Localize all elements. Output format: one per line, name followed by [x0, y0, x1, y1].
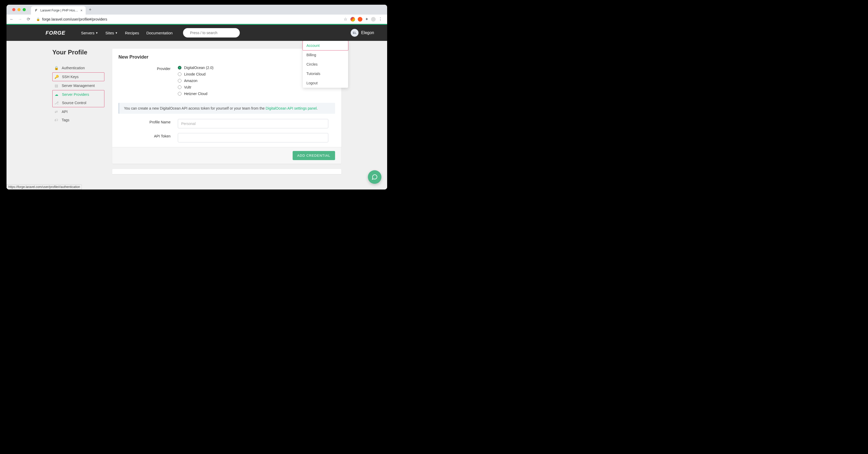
cloud-icon: ☁ — [54, 92, 59, 97]
radio-hetzner[interactable]: Hetzner Cloud — [178, 92, 335, 96]
chat-icon — [372, 174, 378, 180]
sidebar-item-source-control[interactable]: ⎇ Source Control — [53, 99, 104, 107]
back-button[interactable]: ← — [9, 17, 14, 22]
dropdown-item-account[interactable]: Account — [303, 41, 348, 51]
search-box[interactable] — [183, 28, 240, 37]
sidebar-item-label: Tags — [62, 118, 69, 122]
search-input[interactable] — [190, 31, 236, 35]
profile-avatar-icon[interactable] — [371, 17, 376, 22]
next-card-stub — [112, 169, 341, 174]
api-token-label: API Token — [119, 133, 178, 138]
sidebar-item-ssh-keys[interactable]: 🔑 SSH Keys — [53, 72, 104, 81]
nav-sites[interactable]: Sites ▼ — [105, 31, 118, 35]
top-navigation: FORGE Servers ▼ Sites ▼ Recipes Document… — [6, 25, 387, 41]
logo[interactable]: FORGE — [45, 30, 65, 36]
dropdown-item-logout[interactable]: Logout — [303, 78, 348, 88]
address-bar: ← → ⟳ 🔒 forge.laravel.com/user/profile#/… — [6, 14, 387, 24]
sidebar-item-label: Server Providers — [62, 92, 89, 97]
arrows-icon: ⇄ — [54, 110, 59, 114]
add-credential-button[interactable]: ADD CREDENTIAL — [292, 151, 335, 160]
tab-close-icon[interactable]: × — [81, 8, 83, 12]
key-icon: 🔑 — [54, 75, 59, 79]
sidebar-item-authentication[interactable]: 🔒 Authentication — [52, 64, 104, 72]
user-menu-toggle[interactable]: EL Elegon — [351, 29, 374, 37]
nav-recipes[interactable]: Recipes — [125, 31, 139, 35]
dropdown-item-tutorials[interactable]: Tutorials — [303, 69, 348, 78]
tab-title: Laravel Forge | PHP Hosting Fo — [40, 8, 79, 12]
branch-icon: ⎇ — [54, 101, 59, 105]
sidebar-item-server-management[interactable]: ▤ Server Management — [52, 82, 104, 90]
sidebar-item-label: Authentication — [62, 66, 85, 70]
browser-menu-icon[interactable]: ⋮ — [378, 17, 382, 22]
radio-input[interactable] — [178, 85, 182, 89]
extension-icon-1[interactable] — [350, 17, 355, 22]
nav-links: Servers ▼ Sites ▼ Recipes Documentation — [81, 31, 173, 35]
profile-name-input[interactable] — [178, 119, 328, 128]
radio-input[interactable] — [178, 66, 182, 69]
browser-window: F Laravel Forge | PHP Hosting Fo × + ← →… — [6, 5, 387, 189]
forward-button[interactable]: → — [18, 17, 23, 22]
sidebar-item-label: Source Control — [62, 101, 86, 105]
info-text: You can create a new DigitalOcean API ac… — [124, 106, 266, 110]
server-icon: ▤ — [54, 84, 59, 88]
status-bar-url: https://forge.laravel.com/user/profile#/… — [6, 184, 82, 189]
browser-tab[interactable]: F Laravel Forge | PHP Hosting Fo × — [31, 6, 86, 14]
info-banner: You can create a new DigitalOcean API ac… — [119, 103, 335, 114]
sidebar-item-label: SSH Keys — [62, 75, 79, 79]
page-body: Account Billing Circles Tutorials Logout… — [6, 41, 387, 189]
highlight-box: 🔑 SSH Keys — [52, 72, 104, 81]
browser-tab-bar: F Laravel Forge | PHP Hosting Fo × + — [6, 5, 387, 14]
help-fab-button[interactable] — [368, 170, 381, 184]
url-field[interactable]: 🔒 forge.laravel.com/user/profile#/provid… — [34, 16, 341, 23]
caret-down-icon: ▼ — [115, 31, 118, 34]
dropdown-item-billing[interactable]: Billing — [303, 50, 348, 60]
user-dropdown-menu: Account Billing Circles Tutorials Logout — [303, 41, 348, 88]
caret-down-icon: ▼ — [96, 31, 98, 34]
tags-icon: 🏷 — [54, 118, 59, 122]
radio-input[interactable] — [178, 72, 182, 76]
highlight-box: ☁ Server Providers ⎇ Source Control — [52, 90, 104, 107]
extension-icon-2[interactable] — [358, 17, 363, 22]
page-title: Your Profile — [52, 49, 104, 56]
sidebar: Your Profile 🔒 Authentication 🔑 SSH Keys… — [52, 49, 104, 174]
nav-servers[interactable]: Servers ▼ — [81, 31, 98, 35]
new-tab-button[interactable]: + — [86, 7, 95, 12]
extensions-puzzle-icon[interactable]: ✦ — [365, 17, 368, 22]
api-token-input[interactable] — [178, 133, 328, 142]
minimize-window-button[interactable] — [18, 8, 21, 11]
sidebar-item-label: API — [62, 110, 68, 114]
close-window-button[interactable] — [12, 8, 16, 11]
bookmark-icon[interactable]: ☆ — [344, 17, 347, 22]
provider-label: Provider — [119, 66, 178, 71]
lock-icon: 🔒 — [36, 18, 40, 21]
radio-input[interactable] — [178, 92, 182, 95]
sidebar-item-api[interactable]: ⇄ API — [52, 108, 104, 116]
info-link[interactable]: DigitalOcean API settings panel — [266, 106, 317, 110]
reload-button[interactable]: ⟳ — [26, 17, 31, 22]
nav-documentation[interactable]: Documentation — [146, 31, 173, 35]
window-controls — [9, 8, 29, 11]
avatar: EL — [351, 29, 359, 37]
url-text: forge.laravel.com/user/profile#/provider… — [42, 17, 107, 21]
sidebar-item-server-providers[interactable]: ☁ Server Providers — [53, 90, 104, 99]
extension-icons: ✦ ⋮ — [350, 17, 384, 22]
profile-name-label: Profile Name — [119, 119, 178, 124]
sidebar-item-tags[interactable]: 🏷 Tags — [52, 116, 104, 124]
card-footer: ADD CREDENTIAL — [112, 147, 341, 164]
sidebar-nav: 🔒 Authentication 🔑 SSH Keys ▤ Server Man… — [52, 64, 104, 124]
maximize-window-button[interactable] — [23, 8, 26, 11]
user-name: Elegon — [361, 30, 374, 35]
sidebar-item-label: Server Management — [62, 84, 95, 88]
lock-icon: 🔒 — [54, 66, 59, 70]
dropdown-item-circles[interactable]: Circles — [303, 60, 348, 69]
radio-input[interactable] — [178, 79, 182, 83]
tab-favicon: F — [34, 8, 38, 12]
